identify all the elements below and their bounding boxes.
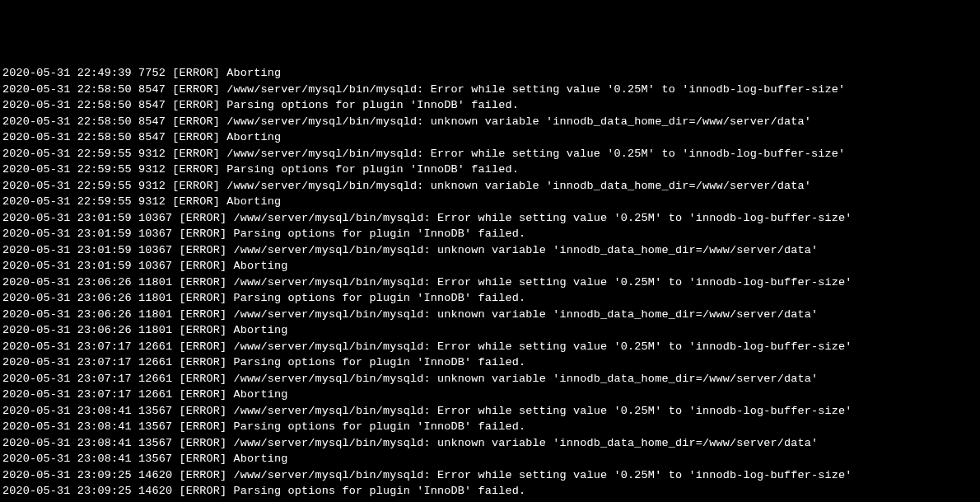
log-line: 2020-05-31 23:06:26 11801 [ERROR] Aborti… <box>2 322 978 339</box>
log-line: 2020-05-31 22:58:50 8547 [ERROR] /www/se… <box>2 82 978 98</box>
log-line: 2020-05-31 23:01:59 10367 [ERROR] Aborti… <box>2 258 978 274</box>
terminal-log-output: 2020-05-31 22:49:39 7752 [ERROR] Abortin… <box>2 65 978 502</box>
log-line: 2020-05-31 22:59:55 9312 [ERROR] /www/se… <box>2 178 978 195</box>
log-line: 2020-05-31 23:07:17 12661 [ERROR] /www/s… <box>2 371 978 387</box>
log-line: 2020-05-31 22:58:50 8547 [ERROR] /www/se… <box>2 114 978 130</box>
log-line: 2020-05-31 23:06:26 11801 [ERROR] /www/s… <box>2 307 978 323</box>
log-line: 2020-05-31 23:01:59 10367 [ERROR] /www/s… <box>2 242 978 259</box>
log-line: 2020-05-31 22:59:55 9312 [ERROR] Parsing… <box>2 162 978 178</box>
log-line: 2020-05-31 23:09:25 14620 [ERROR] /www/s… <box>2 467 978 484</box>
log-line: 2020-05-31 23:08:41 13567 [ERROR] Aborti… <box>2 451 978 467</box>
log-line: 2020-05-31 23:01:59 10367 [ERROR] /www/s… <box>2 210 978 227</box>
log-line: 2020-05-31 23:07:17 12661 [ERROR] Parsin… <box>2 354 978 371</box>
log-line: 2020-05-31 23:01:59 10367 [ERROR] Parsin… <box>2 226 978 242</box>
log-line: 2020-05-31 23:07:17 12661 [ERROR] Aborti… <box>2 387 978 403</box>
log-line: 2020-05-31 23:08:41 13567 [ERROR] /www/s… <box>2 403 978 420</box>
log-line: 2020-05-31 22:59:55 9312 [ERROR] Abortin… <box>2 194 978 210</box>
log-line: 2020-05-31 22:58:50 8547 [ERROR] Abortin… <box>2 129 978 146</box>
log-line: 2020-05-31 23:06:26 11801 [ERROR] Parsin… <box>2 290 978 307</box>
log-line: 2020-05-31 23:08:41 13567 [ERROR] /www/s… <box>2 435 978 452</box>
log-line: 2020-05-31 23:08:41 13567 [ERROR] Parsin… <box>2 419 978 435</box>
log-line: 2020-05-31 22:58:50 8547 [ERROR] Parsing… <box>2 97 978 114</box>
log-line: 2020-05-31 22:49:39 7752 [ERROR] Abortin… <box>2 65 978 82</box>
log-line: 2020-05-31 23:09:25 14620 [ERROR] Parsin… <box>2 483 978 500</box>
log-line: 2020-05-31 22:59:55 9312 [ERROR] /www/se… <box>2 146 978 162</box>
log-line: 2020-05-31 23:07:17 12661 [ERROR] /www/s… <box>2 339 978 355</box>
log-line: 2020-05-31 23:09:25 14620 [ERROR] /www/s… <box>2 500 978 503</box>
log-line: 2020-05-31 23:06:26 11801 [ERROR] /www/s… <box>2 274 978 291</box>
